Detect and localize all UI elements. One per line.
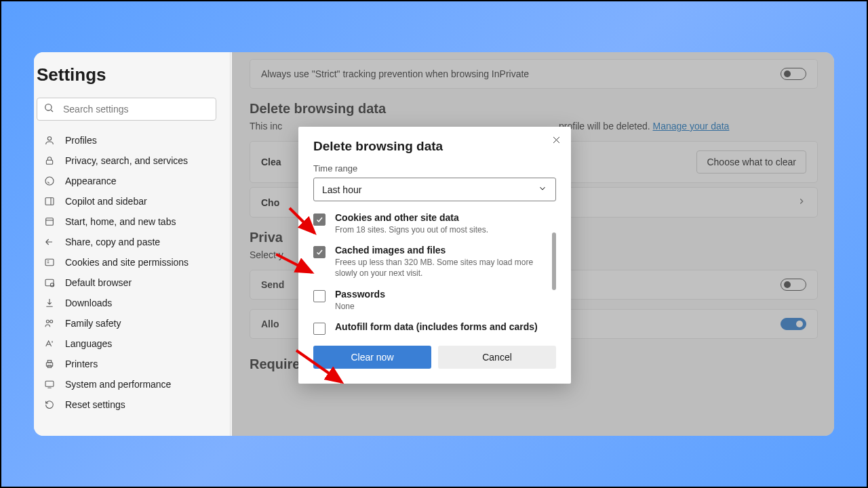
system-icon (43, 379, 56, 390)
option-cache[interactable]: Cached images and files Frees up less th… (313, 245, 545, 279)
language-icon (43, 338, 56, 349)
checkbox-cookies[interactable] (313, 214, 326, 226)
sidebar-item-share[interactable]: Share, copy and paste (34, 232, 219, 252)
sidebar-item-start[interactable]: Start, home, and new tabs (34, 211, 219, 232)
search-input[interactable] (37, 98, 216, 121)
cookies-icon (43, 257, 56, 268)
lock-icon (43, 155, 56, 166)
page-title: Settings (37, 64, 219, 85)
option-sub: Frees up less than 320 MB. Some sites ma… (335, 257, 545, 279)
sidebar-item-label: Languages (65, 338, 112, 349)
sidebar-item-printers[interactable]: Printers (34, 354, 219, 374)
sidebar-nav: Profiles Privacy, search, and services A… (34, 130, 219, 415)
sidebar-item-label: Profiles (65, 135, 97, 146)
search-wrap (37, 98, 216, 121)
checkbox-passwords[interactable] (313, 290, 326, 302)
search-icon (43, 102, 54, 116)
sidebar-item-label: Privacy, search, and services (65, 155, 188, 166)
sidebar-item-label: Appearance (65, 176, 117, 186)
sidebar-item-cookies[interactable]: Cookies and site permissions (34, 252, 219, 272)
sidebar-item-family[interactable]: Family safety (34, 313, 219, 333)
home-icon (43, 216, 56, 227)
svg-rect-19 (45, 381, 54, 386)
delete-browsing-data-dialog: Delete browsing data Time range Last hou… (298, 127, 571, 384)
scrollbar[interactable] (552, 232, 556, 290)
sidebar-item-label: Default browser (65, 277, 132, 288)
reset-icon (43, 399, 56, 410)
close-button[interactable] (551, 135, 561, 148)
svg-rect-5 (45, 198, 54, 205)
sidebar-item-system[interactable]: System and performance (34, 374, 219, 394)
svg-point-14 (46, 320, 49, 323)
sidebar-item-label: Reset settings (65, 399, 125, 410)
appearance-icon (43, 176, 56, 186)
sidebar-item-appearance[interactable]: Appearance (34, 171, 219, 191)
svg-point-15 (50, 320, 53, 323)
family-icon (43, 318, 56, 329)
sidebar-item-label: Copilot and sidebar (65, 196, 147, 207)
dialog-title: Delete browsing data (313, 139, 556, 154)
svg-line-1 (51, 110, 53, 112)
time-range-value: Last hour (322, 184, 361, 195)
sidebar-item-privacy[interactable]: Privacy, search, and services (34, 150, 219, 171)
sidebar-item-copilot[interactable]: Copilot and sidebar (34, 191, 219, 211)
svg-rect-3 (46, 160, 52, 164)
browser-icon (43, 277, 56, 288)
chevron-down-icon (538, 184, 547, 195)
sidebar-item-languages[interactable]: Languages (34, 333, 219, 354)
option-label: Autofill form data (includes forms and c… (335, 321, 538, 332)
option-label: Passwords (335, 289, 385, 300)
svg-point-0 (45, 104, 52, 110)
option-sub: None (335, 301, 385, 312)
sidebar-item-label: Printers (65, 359, 98, 369)
svg-rect-9 (45, 259, 54, 265)
option-passwords[interactable]: Passwords None (313, 289, 545, 312)
option-label: Cached images and files (335, 245, 545, 256)
download-icon (43, 298, 56, 308)
sidebar-item-downloads[interactable]: Downloads (34, 293, 219, 313)
checkbox-cache[interactable] (313, 246, 326, 258)
cancel-button[interactable]: Cancel (438, 346, 556, 369)
sidebar-item-reset[interactable]: Reset settings (34, 394, 219, 415)
clear-options-list: Cookies and other site data From 18 site… (313, 212, 556, 336)
sidebar-icon (43, 196, 56, 207)
settings-sidebar: Settings Profiles Privacy, search, and s… (34, 52, 231, 436)
printer-icon (43, 359, 56, 369)
option-cookies[interactable]: Cookies and other site data From 18 site… (313, 212, 545, 235)
svg-rect-17 (47, 361, 51, 363)
sidebar-item-profiles[interactable]: Profiles (34, 130, 219, 150)
dialog-actions: Clear now Cancel (313, 346, 556, 369)
time-range-select[interactable]: Last hour (313, 178, 556, 201)
svg-point-2 (47, 137, 51, 140)
time-range-label: Time range (313, 163, 556, 174)
profile-icon (43, 135, 56, 146)
svg-rect-12 (45, 279, 54, 285)
sidebar-item-label: Start, home, and new tabs (65, 216, 176, 227)
sidebar-item-label: Share, copy and paste (65, 237, 160, 247)
option-autofill[interactable]: Autofill form data (includes forms and c… (313, 321, 545, 335)
option-sub: From 18 sites. Signs you out of most sit… (335, 224, 488, 235)
svg-point-4 (45, 177, 54, 185)
sidebar-item-label: Cookies and site permissions (65, 257, 189, 268)
svg-rect-7 (46, 218, 54, 226)
sidebar-item-label: Family safety (65, 318, 121, 329)
share-icon (43, 237, 56, 247)
sidebar-item-label: Downloads (65, 298, 112, 308)
checkbox-autofill[interactable] (313, 323, 326, 335)
sidebar-item-label: System and performance (65, 379, 171, 390)
sidebar-item-default-browser[interactable]: Default browser (34, 272, 219, 293)
option-label: Cookies and other site data (335, 212, 488, 223)
clear-now-button[interactable]: Clear now (313, 346, 431, 369)
